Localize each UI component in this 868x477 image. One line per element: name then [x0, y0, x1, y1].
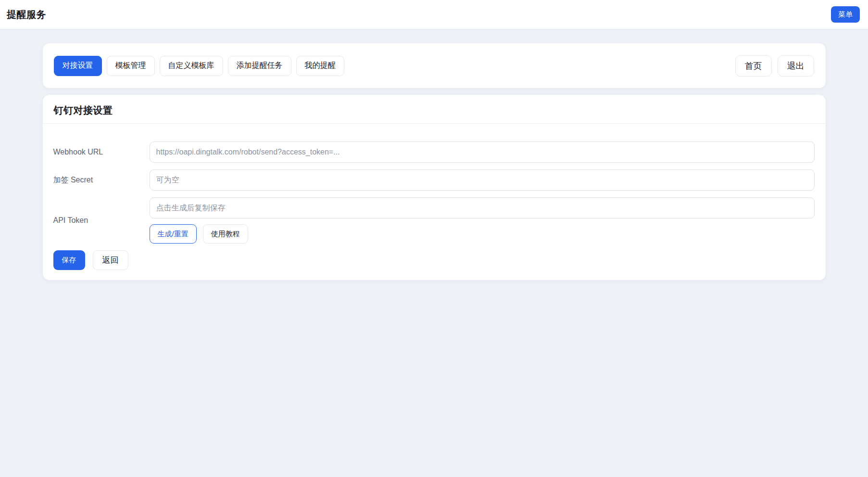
webhook-url-input[interactable] [150, 142, 815, 163]
main-container: 对接设置 模板管理 自定义模板库 添加提醒任务 我的提醒 首页 退出 钉钉对接设… [43, 43, 826, 280]
secret-field-group [150, 169, 815, 191]
nav-tabs-card: 对接设置 模板管理 自定义模板库 添加提醒任务 我的提醒 首页 退出 [43, 43, 826, 88]
webhook-url-label: Webhook URL [53, 148, 150, 156]
generate-reset-button[interactable]: 生成/重置 [150, 224, 197, 244]
api-token-input[interactable] [150, 197, 815, 219]
form-row-webhook-url: Webhook URL [53, 142, 815, 163]
back-button[interactable]: 返回 [93, 250, 128, 270]
settings-form: Webhook URL 加签 Secret API Token 生成/重置 [43, 124, 826, 244]
token-buttons-row: 生成/重置 使用教程 [150, 224, 815, 244]
form-row-secret: 加签 Secret [53, 169, 815, 191]
logout-button[interactable]: 退出 [778, 55, 814, 77]
menu-button[interactable]: 菜单 [831, 6, 860, 23]
save-button[interactable]: 保存 [53, 250, 85, 270]
form-actions: 保存 返回 [43, 250, 826, 270]
dingtalk-settings-card: 钉钉对接设置 Webhook URL 加签 Secret API Token [43, 95, 826, 280]
api-token-field-group: 生成/重置 使用教程 [150, 197, 815, 244]
api-token-label: API Token [53, 216, 150, 225]
home-button[interactable]: 首页 [735, 55, 772, 77]
tab-template-management[interactable]: 模板管理 [107, 56, 155, 76]
tab-add-reminder-task[interactable]: 添加提醒任务 [228, 56, 291, 76]
app-title: 提醒服务 [7, 8, 46, 21]
tab-my-reminders[interactable]: 我的提醒 [296, 56, 344, 76]
topbar: 提醒服务 菜单 [0, 0, 868, 29]
secret-input[interactable] [150, 169, 815, 191]
webhook-url-field-group [150, 142, 815, 163]
tab-connection-settings[interactable]: 对接设置 [54, 56, 102, 76]
tab-custom-template-library[interactable]: 自定义模板库 [160, 56, 223, 76]
settings-card-title: 钉钉对接设置 [43, 95, 826, 124]
secret-label: 加签 Secret [53, 175, 150, 185]
tutorial-button[interactable]: 使用教程 [203, 224, 248, 244]
form-row-api-token: API Token 生成/重置 使用教程 [53, 197, 815, 244]
